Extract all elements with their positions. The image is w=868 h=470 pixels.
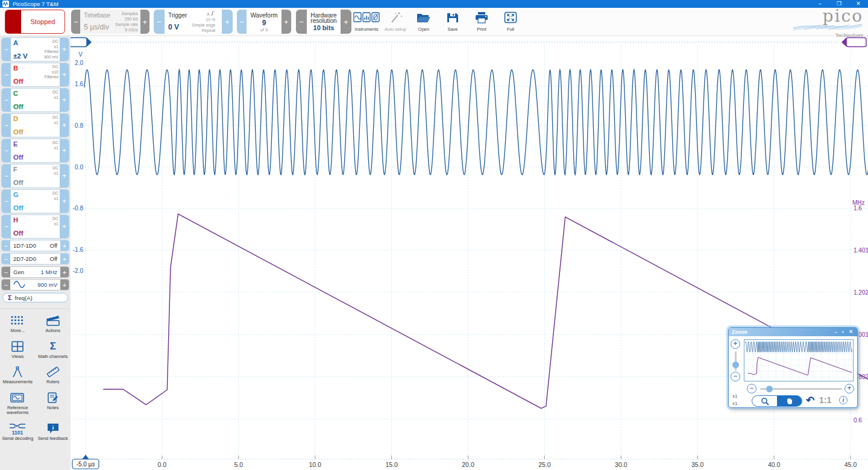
trigger-increase-button[interactable]: +	[222, 10, 233, 34]
channel-A-increase-button[interactable]: +	[60, 38, 69, 61]
channel-G-card[interactable]: −GOffDCx1+	[1, 189, 69, 213]
open-button[interactable]: Open	[414, 10, 434, 32]
timebase-decrease-button[interactable]: −	[71, 10, 80, 34]
channel-F-body[interactable]: FOffDCx1	[11, 164, 60, 187]
channel-C-body[interactable]: COffDCx1	[11, 89, 60, 111]
tool-actions[interactable]: Actions	[36, 314, 71, 334]
tool-math-channels[interactable]: ΣMath channels	[36, 340, 71, 360]
generator-amplitude-value: 900 mV	[37, 281, 57, 288]
print-button[interactable]: Print	[471, 10, 492, 32]
timebase-increase-button[interactable]: +	[140, 10, 149, 34]
channel-G-increase-button[interactable]: +	[60, 190, 69, 213]
digital-2D7-2D0-row[interactable]: −2D7-2D0Off+	[1, 253, 69, 265]
zoom-close-button[interactable]: ✕	[849, 329, 855, 334]
tool-more[interactable]: More...	[0, 314, 36, 334]
channel-E-decrease-button[interactable]: −	[2, 139, 11, 162]
zoom-info-icon[interactable]: i	[839, 396, 848, 404]
digital-1D7-1D0-label: 1D7-1D0	[13, 242, 36, 249]
tool-measurements[interactable]: Measurements	[0, 365, 36, 385]
svg-text:45.0: 45.0	[844, 461, 857, 468]
generator-frequency-value: 1 MHz	[41, 269, 57, 275]
tool-rulers[interactable]: Rulers	[36, 365, 71, 385]
zoom-select-tool-button[interactable]	[752, 396, 777, 406]
channel-E-increase-button[interactable]: +	[60, 139, 69, 162]
tool-views[interactable]: Views	[0, 340, 36, 360]
digital-2D7-2D0-increase-button[interactable]: +	[60, 254, 69, 264]
zoom-horizontal-in-button[interactable]: +	[844, 384, 854, 393]
tool-reference-waveforms[interactable]: Reference waveforms	[0, 391, 36, 416]
math-channels-label: Math channels	[37, 354, 69, 360]
generator-increase-button[interactable]: +	[60, 280, 69, 290]
channel-D-body[interactable]: DOffDCx1	[11, 114, 60, 137]
digital-1D7-1D0-row[interactable]: −1D7-1D0Off+	[1, 240, 69, 251]
generator-increase-button[interactable]: +	[60, 267, 69, 277]
generator-amplitude-row[interactable]: −900 mV+	[1, 279, 69, 290]
channel-A-body[interactable]: A±2 VDCx1Filtered900 mV	[11, 38, 60, 61]
waveform-previous-button[interactable]: −	[237, 10, 247, 34]
channel-G-body[interactable]: GOffDCx1	[11, 190, 60, 213]
channel-H-increase-button[interactable]: +	[60, 215, 69, 238]
channel-F-card[interactable]: −FOffDCx1+	[1, 164, 69, 188]
channel-A-decrease-button[interactable]: −	[2, 38, 11, 61]
hardware-resolution-group[interactable]: − Hardware resolution 10 bits +	[296, 10, 351, 34]
channel-E-card[interactable]: −EOffDCx1+	[1, 139, 69, 163]
generator-frequency-row[interactable]: −Gen1 MHz+	[1, 266, 69, 278]
channel-B-decrease-button[interactable]: −	[2, 63, 11, 86]
tool-notes[interactable]: Notes	[36, 391, 71, 416]
zoom-minimize-button[interactable]: –	[835, 329, 839, 334]
zoom-window-title: Zoom	[732, 328, 747, 335]
channel-B-card[interactable]: −BOffDCx10Filtered+	[1, 63, 69, 87]
resolution-increase-button[interactable]: +	[341, 10, 351, 34]
channel-C-increase-button[interactable]: +	[60, 89, 69, 111]
channel-D-decrease-button[interactable]: −	[2, 114, 11, 137]
digital-1D7-1D0-increase-button[interactable]: +	[60, 240, 69, 251]
trigger-decrease-button[interactable]: −	[154, 10, 165, 34]
channel-A-card[interactable]: −A±2 VDCx1Filtered900 mV+	[1, 37, 69, 61]
resolution-decrease-button[interactable]: −	[296, 10, 307, 34]
save-button[interactable]: Save	[442, 10, 463, 32]
generator-decrease-button[interactable]: −	[2, 280, 10, 290]
instruments-button[interactable]: Instruments	[351, 10, 382, 32]
digital-2D7-2D0-decrease-button[interactable]: −	[2, 254, 10, 264]
maximize-button[interactable]: ❐	[829, 0, 849, 8]
generator-decrease-button[interactable]: −	[2, 267, 10, 277]
full-button[interactable]: Full	[500, 10, 521, 32]
right-axis-overview-tag[interactable]	[841, 38, 866, 47]
waveform-group[interactable]: − Waveform 9 of 9 +	[237, 10, 291, 34]
zoom-horizontal-out-button[interactable]: −	[747, 384, 756, 393]
channel-H-card[interactable]: −HOffDCx1+	[1, 215, 69, 239]
trigger-group[interactable]: − Trigger 0 V A 10 % Simple edge Repeat …	[154, 10, 233, 34]
close-button[interactable]: ✕	[849, 0, 868, 8]
channel-D-card[interactable]: −DOffDCx1+	[1, 113, 69, 137]
channel-H-body[interactable]: HOffDCx1	[11, 215, 60, 238]
channel-G-decrease-button[interactable]: −	[2, 190, 11, 213]
digital-1D7-1D0-decrease-button[interactable]: −	[2, 240, 10, 251]
channel-D-increase-button[interactable]: +	[60, 114, 69, 137]
minimize-button[interactable]: –	[810, 0, 829, 8]
tool-send-feedback[interactable]: iSend feedback	[36, 422, 71, 442]
zoom-vertical-out-button[interactable]: −	[731, 372, 740, 381]
zoom-maximize-button[interactable]: ▪	[842, 329, 846, 334]
math-channel-button[interactable]: Σ freq(A)	[2, 293, 68, 302]
channel-B-increase-button[interactable]: +	[60, 63, 69, 86]
stopped-button[interactable]: Stopped	[5, 10, 65, 34]
zoom-overview-thumbnail[interactable]	[744, 339, 854, 381]
channel-H-decrease-button[interactable]: −	[2, 215, 11, 238]
zoom-window-titlebar[interactable]: Zoom – ▪ ✕	[729, 328, 857, 336]
pan-tool-button[interactable]	[777, 396, 802, 406]
tool-serial-decoding[interactable]: 1101Serial decoding	[0, 422, 36, 442]
pico-swoosh	[792, 22, 863, 31]
channel-C-decrease-button[interactable]: −	[2, 89, 11, 111]
horizontal-zoom-thumb[interactable]	[766, 386, 773, 392]
channel-F-decrease-button[interactable]: −	[2, 164, 11, 187]
vertical-zoom-thumb[interactable]	[732, 362, 739, 368]
zoom-window[interactable]: Zoom – ▪ ✕ + − − + x1 x1 ↶ 1:1 i	[728, 327, 858, 408]
zoom-ratio-label[interactable]: 1:1	[819, 395, 831, 405]
channel-F-increase-button[interactable]: +	[60, 164, 69, 187]
channel-E-body[interactable]: EOffDCx1	[11, 139, 60, 162]
zoom-vertical-in-button[interactable]: +	[731, 339, 740, 349]
undo-zoom-icon[interactable]: ↶	[806, 394, 814, 407]
waveform-next-button[interactable]: +	[281, 10, 291, 34]
channel-C-card[interactable]: −COffDCx1+	[1, 88, 69, 112]
channel-B-body[interactable]: BOffDCx10Filtered	[11, 63, 60, 86]
